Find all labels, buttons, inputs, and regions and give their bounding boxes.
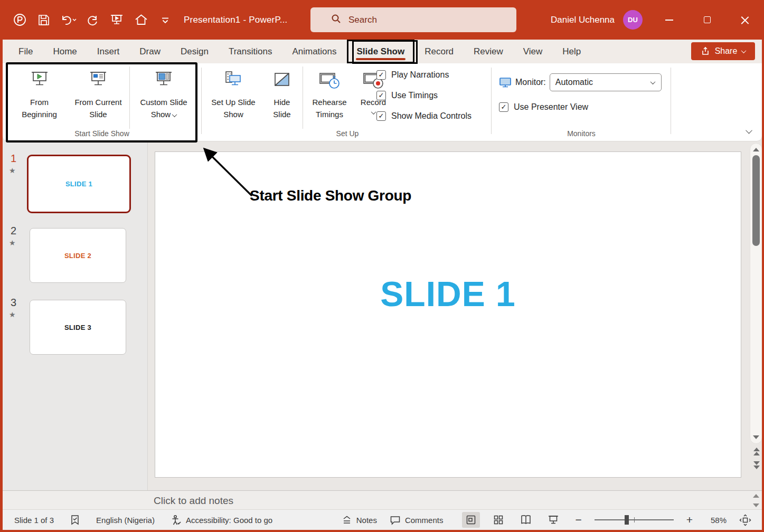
minimize-button[interactable] xyxy=(650,0,688,40)
accessibility-button[interactable]: Accessibility: Good to go xyxy=(171,515,272,526)
monitor-dropdown[interactable]: Automatic xyxy=(550,73,662,91)
zoom-in-button[interactable]: + xyxy=(686,514,693,526)
notes-toggle-button[interactable]: Notes xyxy=(342,515,377,525)
maximize-icon xyxy=(704,16,711,23)
notes-scroll-up-arrow[interactable] xyxy=(753,494,759,498)
tab-view[interactable]: View xyxy=(513,40,553,63)
scrollbar-thumb[interactable] xyxy=(752,155,760,246)
checkmark: ✓ xyxy=(379,91,384,99)
play-narrations-checkbox-row[interactable]: ✓ Play Narrations xyxy=(376,69,471,81)
reading-view-icon xyxy=(520,515,532,525)
window-border-bottom xyxy=(0,530,764,532)
tab-insert[interactable]: Insert xyxy=(87,40,130,63)
collapse-ribbon-button[interactable] xyxy=(747,126,751,136)
scroll-up-arrow[interactable] xyxy=(753,148,759,151)
slide-editing-surface[interactable]: SLIDE 1 xyxy=(155,151,741,478)
use-presenter-view-checkbox-row[interactable]: ✓ Use Presenter View xyxy=(499,101,588,113)
custom-slide-show-label: Custom Slide Show xyxy=(140,98,187,119)
ribbon-tab-row: File Home Insert Draw Design Transitions… xyxy=(0,40,764,63)
slide-sorter-view-button[interactable] xyxy=(489,512,507,528)
reading-view-button[interactable] xyxy=(517,512,535,528)
start-slideshow-icon[interactable] xyxy=(108,11,126,29)
fit-slide-icon xyxy=(739,514,751,526)
tab-slide-show[interactable]: Slide Show xyxy=(347,40,415,63)
powerpoint-logo-icon[interactable] xyxy=(11,11,29,29)
thumbnail-title: SLIDE 2 xyxy=(64,252,91,260)
comments-button[interactable]: Comments xyxy=(390,515,444,525)
checkbox-checked-icon[interactable]: ✓ xyxy=(376,91,386,100)
hide-slide-button[interactable]: Hide Slide xyxy=(261,63,303,121)
transition-star-icon[interactable]: ★ xyxy=(9,310,16,319)
transition-star-icon[interactable]: ★ xyxy=(9,166,16,175)
share-button[interactable]: Share xyxy=(691,42,755,60)
hide-slide-label: Hide Slide xyxy=(273,98,290,119)
vertical-scrollbar[interactable] xyxy=(750,143,762,444)
custom-slide-show-button[interactable]: Custom Slide Show xyxy=(130,63,197,121)
from-beginning-label: From Beginning xyxy=(22,98,57,119)
tab-draw[interactable]: Draw xyxy=(129,40,171,63)
transition-star-icon[interactable]: ★ xyxy=(9,239,16,247)
zoom-out-button[interactable]: − xyxy=(575,514,581,526)
slide-thumbnail-3[interactable]: SLIDE 3 xyxy=(30,300,126,355)
from-current-slide-label: From Current Slide xyxy=(74,98,121,119)
customize-toolbar-icon[interactable] xyxy=(156,11,174,29)
slide-thumbnail-2[interactable]: SLIDE 2 xyxy=(30,228,126,283)
redo-icon[interactable] xyxy=(83,11,101,29)
set-up-slide-show-button[interactable]: Set Up Slide Show xyxy=(205,63,261,121)
normal-view-button[interactable] xyxy=(462,512,480,528)
tab-file[interactable]: File xyxy=(8,40,43,63)
tab-design[interactable]: Design xyxy=(171,40,219,63)
from-current-slide-button[interactable]: From Current Slide xyxy=(67,63,129,121)
minimize-icon xyxy=(665,20,673,21)
zoom-slider-thumb[interactable] xyxy=(625,515,629,525)
notes-icon xyxy=(342,515,352,525)
slide-show-view-button[interactable] xyxy=(544,512,562,528)
show-media-controls-checkbox-row[interactable]: ✓ Show Media Controls xyxy=(376,110,471,122)
maximize-button[interactable] xyxy=(688,0,726,40)
save-icon[interactable] xyxy=(35,11,53,29)
checkbox-checked-icon[interactable]: ✓ xyxy=(376,111,386,121)
slide-title-text[interactable]: SLIDE 1 xyxy=(155,274,741,314)
tab-help[interactable]: Help xyxy=(552,40,591,63)
window-border-right xyxy=(762,40,764,532)
use-timings-checkbox-row[interactable]: ✓ Use Timings xyxy=(376,89,471,101)
rehearse-timings-button[interactable]: Rehearse Timings xyxy=(303,63,356,121)
tab-home[interactable]: Home xyxy=(43,40,87,63)
search-input[interactable] xyxy=(348,15,496,25)
scroll-down-arrow[interactable] xyxy=(753,435,759,439)
spellcheck-button[interactable] xyxy=(70,515,80,526)
slide-thumbnail-1[interactable]: SLIDE 1 xyxy=(27,155,131,213)
notes-pane[interactable]: Click to add notes xyxy=(3,490,762,509)
account-area[interactable]: Daniel Uchenna DU xyxy=(551,0,643,40)
next-slide-button[interactable] xyxy=(752,461,761,473)
search-box[interactable] xyxy=(310,7,516,32)
avatar[interactable]: DU xyxy=(623,10,643,30)
from-beginning-button[interactable]: From Beginning xyxy=(12,63,67,121)
title-bar: Presentation1 - PowerP... Daniel Uchenna… xyxy=(0,0,764,40)
share-label: Share xyxy=(715,46,738,56)
tab-review[interactable]: Review xyxy=(464,40,513,63)
search-icon xyxy=(331,13,342,26)
tab-transitions[interactable]: Transitions xyxy=(219,40,282,63)
notes-placeholder[interactable]: Click to add notes xyxy=(154,495,233,507)
slide-indicator[interactable]: Slide 1 of 3 xyxy=(14,516,54,525)
previous-slide-button[interactable] xyxy=(752,448,761,459)
checkbox-checked-icon[interactable]: ✓ xyxy=(499,102,508,112)
tab-animations[interactable]: Animations xyxy=(282,40,346,63)
home-icon[interactable] xyxy=(132,11,150,29)
zoom-slider[interactable] xyxy=(595,519,674,520)
spellcheck-icon xyxy=(70,515,80,526)
fit-slide-button[interactable] xyxy=(739,514,751,526)
undo-icon[interactable] xyxy=(59,11,77,29)
slide-number: 3 xyxy=(11,297,16,309)
notes-scroll-down-arrow[interactable] xyxy=(753,504,759,507)
ribbon: From Beginning From Current Slide xyxy=(3,63,762,141)
document-title: Presentation1 - PowerP... xyxy=(184,15,288,25)
zoom-level[interactable]: 58% xyxy=(705,516,727,525)
comments-label: Comments xyxy=(405,516,444,525)
close-button[interactable] xyxy=(726,0,764,40)
checkbox-checked-icon[interactable]: ✓ xyxy=(376,70,386,80)
language-indicator[interactable]: English (Nigeria) xyxy=(96,516,155,525)
monitor-dropdown-value: Automatic xyxy=(555,78,593,87)
tab-record[interactable]: Record xyxy=(414,40,464,63)
